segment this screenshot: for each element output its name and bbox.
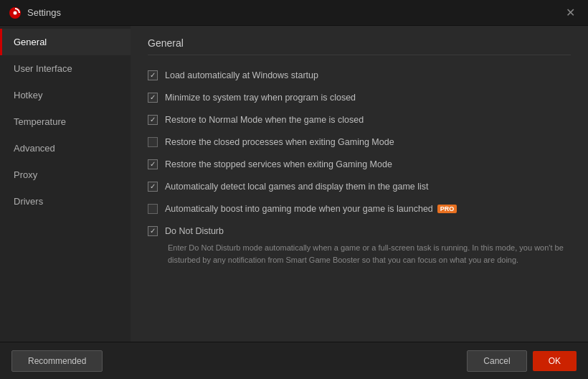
label-restore-closed: Restore the closed processes when exitin… <box>165 137 394 147</box>
pro-badge: PRO <box>437 205 457 213</box>
setting-auto-detect: Automatically detect local games and dis… <box>148 175 571 197</box>
ok-button[interactable]: OK <box>533 351 577 371</box>
checkbox-restore-closed[interactable]: Restore the closed processes when exitin… <box>148 136 394 147</box>
label-load-startup: Load automatically at Windows startup <box>165 70 318 80</box>
close-button[interactable]: ✕ <box>561 4 579 21</box>
title-bar: Settings ✕ <box>0 0 588 26</box>
setting-load-startup: Load automatically at Windows startup <box>148 64 571 86</box>
label-minimize-tray: Minimize to system tray when program is … <box>165 93 356 103</box>
checkbox-icon-auto-detect <box>148 182 158 192</box>
checkbox-restore-normal[interactable]: Restore to Normal Mode when the game is … <box>148 114 364 125</box>
app-icon <box>9 6 22 19</box>
checkbox-load-startup[interactable]: Load automatically at Windows startup <box>148 70 318 80</box>
sidebar-item-drivers[interactable]: Drivers <box>0 188 131 215</box>
checkbox-icon-restore-stopped <box>148 159 158 169</box>
setting-minimize-tray: Minimize to system tray when program is … <box>148 86 571 108</box>
sidebar-item-advanced[interactable]: Advanced <box>0 135 131 162</box>
checkbox-restore-stopped[interactable]: Restore the stopped services when exitin… <box>148 159 392 169</box>
window-title: Settings <box>27 7 561 18</box>
checkbox-icon-restore-closed <box>148 137 158 147</box>
sidebar-item-user-interface[interactable]: User Interface <box>0 55 131 82</box>
recommended-button[interactable]: Recommended <box>11 350 103 372</box>
main-layout: General User Interface Hotkey Temperatur… <box>0 26 588 342</box>
sidebar-item-hotkey[interactable]: Hotkey <box>0 82 131 108</box>
content-area: General Load automatically at Windows st… <box>131 26 588 342</box>
sidebar-item-temperature[interactable]: Temperature <box>0 108 131 135</box>
setting-restore-normal: Restore to Normal Mode when the game is … <box>148 108 571 131</box>
content-title: General <box>148 37 571 55</box>
checkbox-auto-detect[interactable]: Automatically detect local games and dis… <box>148 181 429 192</box>
setting-do-not-disturb: Do Not Disturb <box>148 220 571 242</box>
label-restore-stopped: Restore the stopped services when exitin… <box>165 159 392 169</box>
checkbox-icon-load-startup <box>148 70 158 80</box>
setting-restore-closed: Restore the closed processes when exitin… <box>148 131 571 153</box>
setting-restore-stopped: Restore the stopped services when exitin… <box>148 153 571 175</box>
checkbox-minimize-tray[interactable]: Minimize to system tray when program is … <box>148 92 356 103</box>
sidebar-item-general[interactable]: General <box>0 29 131 55</box>
checkbox-icon-restore-normal <box>148 115 158 125</box>
sidebar: General User Interface Hotkey Temperatur… <box>0 26 131 342</box>
checkbox-auto-boost[interactable]: Automatically boost into gaming mode whe… <box>148 203 457 214</box>
sidebar-item-proxy[interactable]: Proxy <box>0 162 131 188</box>
label-auto-boost: Automatically boost into gaming mode whe… <box>165 204 457 214</box>
label-auto-detect: Automatically detect local games and dis… <box>165 182 429 192</box>
svg-point-1 <box>14 11 17 14</box>
setting-auto-boost: Automatically boost into gaming mode whe… <box>148 197 571 220</box>
setting-do-not-disturb-desc: Enter Do Not Disturb mode automatically … <box>148 242 571 271</box>
do-not-disturb-description: Enter Do Not Disturb mode automatically … <box>168 242 571 266</box>
label-do-not-disturb: Do Not Disturb <box>165 226 224 236</box>
checkbox-icon-do-not-disturb <box>148 226 158 236</box>
checkbox-icon-minimize-tray <box>148 93 158 103</box>
cancel-button[interactable]: Cancel <box>467 350 526 372</box>
label-restore-normal: Restore to Normal Mode when the game is … <box>165 115 364 125</box>
checkbox-icon-auto-boost <box>148 204 158 214</box>
bottom-bar: Recommended Cancel OK <box>0 342 588 379</box>
checkbox-do-not-disturb[interactable]: Do Not Disturb <box>148 225 224 236</box>
